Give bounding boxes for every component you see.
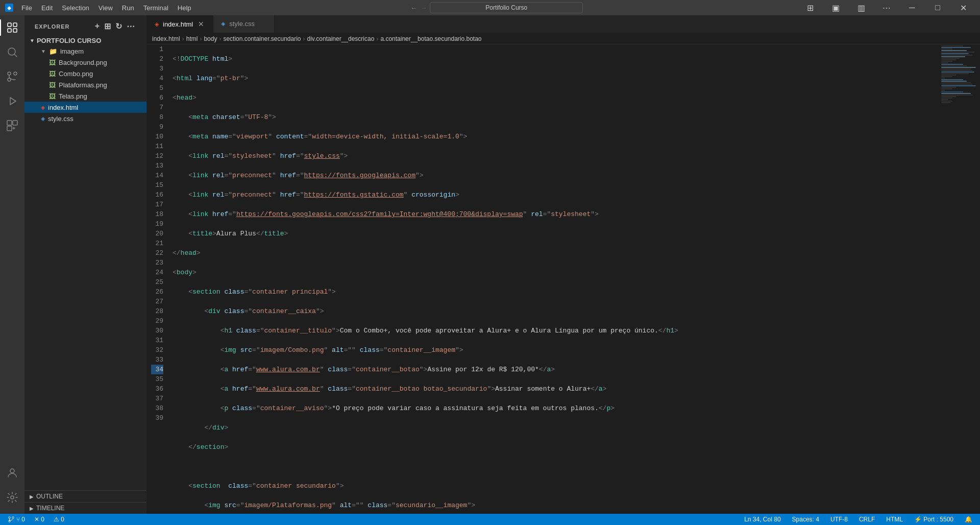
encoding-label: UTF-8 [830,516,848,523]
breadcrumb-section[interactable]: section.container.secundario [223,35,301,42]
new-folder-icon[interactable]: ⊞ [103,20,112,32]
title-bar: ◈ File Edit Selection View Run Terminal … [0,0,980,15]
status-live-server[interactable]: ⚡ Port : 5500 [912,516,956,523]
sidebar-title: EXPLORER [35,23,70,30]
menu-file[interactable]: File [17,3,36,13]
breadcrumb-a[interactable]: a.container__botao.secundario.botao [380,35,481,42]
nav-back-button[interactable]: ← [410,4,417,12]
code-line-21: </section> [173,442,975,452]
tab-index-html[interactable]: ◈ index.html ✕ [147,15,213,33]
svg-point-6 [8,72,11,75]
warnings-label: ⚠ 0 [54,516,64,523]
file-icon: 🖼 [49,59,56,66]
menu-view[interactable]: View [94,3,117,13]
menu-terminal[interactable]: Terminal [139,3,173,13]
code-line-18: <a href="www.alura.com.br" class="contai… [173,384,975,394]
breadcrumb-sep-5: › [376,35,378,42]
status-bar: ⑂ 0 ✕ 0 ⚠ 0 Ln 34, Col 80 Spaces: 4 UTF-… [0,514,980,525]
close-button[interactable]: ✕ [951,0,975,15]
sidebar-bottom: ▶ OUTLINE ▶ TIMELINE [24,490,146,514]
nav-forward-button[interactable]: → [420,4,427,12]
activity-bar [0,15,24,514]
file-icon: 🖼 [49,70,56,78]
minimize-button[interactable]: ─ [900,0,924,15]
sidebar-item-plataformas-png[interactable]: 🖼 Plataformas.png [24,79,146,90]
file-icon: 🖼 [49,92,56,100]
activity-explorer-icon[interactable] [0,15,24,40]
code-content[interactable]: <!DOCTYPE html> <html lang="pt-br"> <hea… [167,44,980,514]
sidebar-item-background-png[interactable]: 🖼 Background.png [24,57,146,68]
status-git-branch[interactable]: ⑂ 0 [5,516,28,523]
refresh-explorer-icon[interactable]: ↻ [114,20,124,32]
svg-point-7 [14,72,17,75]
tab-bar: ◈ index.html ✕ ◈ style.css [147,15,980,33]
status-line-ending[interactable]: CRLF [856,516,877,523]
new-file-icon[interactable]: + [94,20,101,32]
tab-style-css[interactable]: ◈ style.css [213,15,275,33]
status-cursor-position[interactable]: Ln 34, Col 80 [742,516,783,523]
folder-icon: 📁 [49,47,57,55]
project-root[interactable]: ▼ PORTFOLIO CURSO [24,35,146,45]
file-label: Plataformas.png [59,81,107,89]
code-line-7: <link rel="preconnect" href="https://fon… [173,171,975,180]
svg-point-16 [12,517,14,519]
errors-label: ✕ 0 [34,516,44,523]
menu-selection[interactable]: Selection [58,3,93,13]
title-bar-center: ← → Portifolio Curso [195,2,798,13]
timeline-section[interactable]: ▶ TIMELINE [24,502,146,514]
menu-run[interactable]: Run [118,3,138,13]
code-line-23: <section class="container secundario"> [173,481,975,491]
status-errors[interactable]: ✕ 0 [32,516,47,523]
live-server-label: ⚡ Port : 5500 [914,516,953,523]
cursor-position-label: Ln 34, Col 80 [744,516,780,523]
activity-run-debug-icon[interactable] [0,89,24,113]
git-branch-label: ⑂ 0 [16,516,25,523]
breadcrumb-sep-3: › [219,35,221,42]
more-actions-button[interactable]: ⋯ [875,0,898,15]
status-bar-right: Ln 34, Col 80 Spaces: 4 UTF-8 CRLF HTML … [742,516,975,523]
menu-edit[interactable]: Edit [37,3,57,13]
editor-layout2-button[interactable]: ▥ [849,0,873,15]
sidebar: EXPLORER + ⊞ ↻ ⋯ ▼ PORTFOLIO CURSO ▼ 📁 i… [24,15,147,514]
sidebar-item-imagem-folder[interactable]: ▼ 📁 imagem [24,45,146,57]
status-encoding[interactable]: UTF-8 [828,516,850,523]
menu-help[interactable]: Help [174,3,195,13]
svg-point-13 [10,469,14,473]
split-editor-button[interactable]: ⊞ [798,0,822,15]
breadcrumb-html[interactable]: html [186,35,198,42]
status-spaces[interactable]: Spaces: 4 [790,516,822,523]
code-line-1: <!DOCTYPE html> [173,54,975,64]
tab-close-index-html[interactable]: ✕ [197,20,205,28]
outline-section[interactable]: ▶ OUTLINE [24,490,146,502]
notifications-icon: 🔔 [965,516,972,523]
code-line-11: </head> [173,248,975,258]
activity-search-icon[interactable] [0,40,24,64]
activity-source-control-icon[interactable] [0,64,24,89]
code-line-9: <link href="https://fonts.googleapis.com… [173,209,975,219]
status-warnings[interactable]: ⚠ 0 [51,516,67,523]
minimap [939,44,980,514]
code-area[interactable]: 12345 678910 1112131415 1617181920 21222… [147,44,980,514]
code-line-16: <img src="imagem/Combo.png" alt="" class… [173,345,975,355]
breadcrumb-div[interactable]: div.container__descricao [307,35,375,42]
breadcrumb-file[interactable]: index.html [152,35,180,42]
search-bar[interactable]: Portifolio Curso [430,2,583,13]
sidebar-item-combo-png[interactable]: 🖼 Combo.png [24,68,146,79]
status-notifications[interactable]: 🔔 [962,516,975,523]
sidebar-item-index-html[interactable]: ◈ index.html [24,102,146,113]
activity-accounts-icon[interactable] [0,461,24,485]
breadcrumb-body[interactable]: body [204,35,217,42]
collapse-explorer-icon[interactable]: ⋯ [126,20,136,32]
sidebar-item-style-css[interactable]: ◈ style.css [24,113,146,124]
activity-settings-icon[interactable] [0,485,24,510]
svg-line-5 [14,54,17,57]
activity-bar-bottom [0,461,24,514]
editor-layout-button[interactable]: ▣ [824,0,847,15]
status-language[interactable]: HTML [884,516,905,523]
activity-extensions-icon[interactable] [0,113,24,138]
outer-layout: EXPLORER + ⊞ ↻ ⋯ ▼ PORTFOLIO CURSO ▼ 📁 i… [0,15,980,514]
svg-rect-1 [13,23,17,27]
maximize-button[interactable]: □ [926,0,949,15]
sidebar-item-telas-png[interactable]: 🖼 Telas.png [24,90,146,102]
code-line-19: <p class="container__aviso">*O preço pod… [173,403,975,413]
